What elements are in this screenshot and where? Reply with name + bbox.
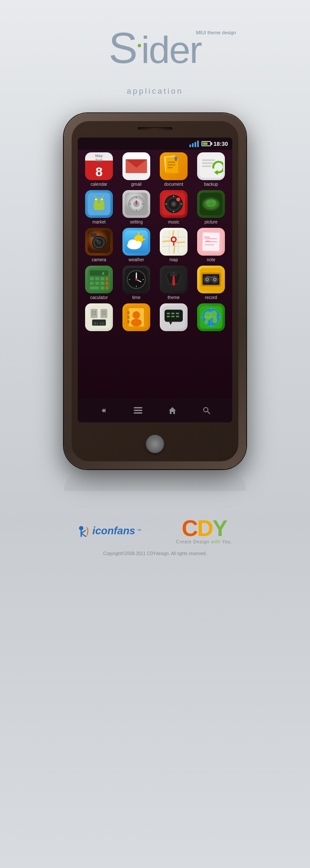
app-item-theme[interactable]: theme	[157, 266, 191, 300]
svg-rect-91	[90, 282, 94, 285]
app-item-contacts[interactable]	[119, 303, 153, 333]
camera-icon[interactable]	[85, 228, 113, 256]
copyright-text: Copyright©2008-2011 CDYdesign. All right…	[0, 551, 310, 556]
svg-point-45	[181, 203, 182, 205]
svg-rect-34	[142, 204, 144, 204]
brand-subtitle: MIUI theme design	[196, 30, 236, 36]
document-icon[interactable]	[160, 152, 188, 180]
phone-speaker	[138, 127, 172, 130]
app-item-document[interactable]: document	[157, 152, 191, 187]
svg-point-133	[132, 311, 140, 319]
phone-inner: 18:30 MaySun 8 c	[72, 121, 238, 461]
app-item-weather[interactable]: weather	[119, 228, 153, 262]
theme-icon[interactable]	[160, 266, 188, 293]
gmail-icon[interactable]	[122, 152, 150, 180]
svg-point-114	[207, 279, 208, 280]
app-row-3: camera	[80, 228, 230, 262]
svg-rect-90	[106, 277, 108, 280]
svg-rect-8	[168, 164, 175, 166]
theme-label: theme	[168, 295, 180, 300]
svg-point-127	[102, 313, 104, 315]
app-item-note[interactable]: miss you note	[194, 228, 228, 262]
app-item-picture[interactable]: picture	[194, 190, 228, 224]
app-item-calculator[interactable]: 0	[82, 266, 116, 300]
app-item-calendar[interactable]: MaySun 8 calendar	[82, 152, 116, 187]
calendar-icon[interactable]: MaySun 8	[85, 152, 113, 180]
app-item-time[interactable]: time	[119, 266, 153, 300]
nav-search-button[interactable]	[199, 403, 214, 418]
cdy-sub: Create Design with You.	[176, 539, 232, 544]
gmail-label: gmail	[131, 182, 142, 187]
time-icon[interactable]	[122, 266, 150, 293]
home-button[interactable]	[145, 434, 165, 454]
app-item-setting[interactable]: setting	[119, 190, 153, 224]
note-icon[interactable]: miss you	[197, 228, 225, 256]
contacts-icon[interactable]	[122, 303, 150, 331]
svg-rect-135	[127, 311, 129, 314]
app-item-record[interactable]: record	[194, 266, 228, 300]
svg-rect-9	[168, 167, 173, 168]
setting-label: setting	[130, 220, 142, 224]
svg-rect-95	[90, 286, 99, 289]
weather-icon[interactable]	[122, 228, 150, 256]
svg-rect-146	[176, 316, 179, 318]
svg-rect-32	[136, 209, 137, 211]
phone-screen: 18:30 MaySun 8 c	[78, 138, 232, 422]
svg-point-46	[176, 197, 180, 201]
iconfans-label: iconfans	[92, 525, 135, 537]
nav-back-button[interactable]	[96, 403, 112, 418]
signal-bars	[189, 141, 199, 147]
svg-point-107	[135, 278, 137, 280]
svg-text:miss: miss	[204, 235, 210, 238]
app-item-camera[interactable]: camera	[82, 228, 116, 262]
signal-bar-4	[197, 141, 199, 147]
record-label: record	[205, 295, 217, 300]
svg-rect-156	[134, 407, 142, 408]
app-item-chat[interactable]	[157, 303, 191, 333]
app-grid: MaySun 8 calendar	[78, 150, 232, 422]
app-item-gmail[interactable]: gmail	[119, 152, 153, 187]
app-row-1: MaySun 8 calendar	[80, 152, 230, 187]
app-item-browser[interactable]	[194, 303, 228, 333]
market-icon[interactable]	[85, 190, 113, 218]
calculator-label: caculator	[90, 295, 108, 300]
app-label: application	[0, 87, 310, 96]
app-item-music[interactable]: music	[157, 190, 191, 224]
app-item-backup[interactable]: backup	[194, 152, 228, 187]
svg-rect-59	[91, 233, 97, 237]
nav-menu-button[interactable]	[130, 403, 146, 418]
svg-point-123	[92, 313, 94, 315]
note-label: note	[207, 257, 215, 262]
backup-icon[interactable]	[197, 152, 225, 180]
browser-icon[interactable]	[197, 303, 225, 331]
picture-icon[interactable]	[197, 190, 225, 218]
svg-rect-13	[202, 159, 215, 161]
svg-rect-158	[134, 412, 142, 414]
app-item-market[interactable]: market	[82, 190, 116, 224]
map-label: map	[169, 257, 178, 262]
signal-bar-2	[192, 143, 194, 147]
music-icon[interactable]	[160, 190, 188, 218]
svg-rect-92	[95, 282, 99, 285]
battery-fill	[203, 142, 208, 145]
chat-icon[interactable]	[160, 303, 188, 331]
app-item-map[interactable]: map	[157, 228, 191, 262]
brand-title: Sider	[109, 26, 201, 69]
map-icon[interactable]	[160, 228, 188, 256]
record-icon[interactable]	[197, 266, 225, 293]
setting-icon[interactable]	[122, 190, 150, 218]
svg-line-160	[208, 411, 210, 414]
svg-rect-137	[127, 320, 129, 323]
calculator-icon[interactable]: 0	[85, 266, 113, 293]
nav-home-button[interactable]	[165, 403, 180, 418]
phone-app-icon[interactable]: ||| |||	[85, 303, 113, 331]
svg-rect-157	[134, 410, 142, 411]
svg-rect-145	[176, 313, 179, 315]
phone-wrapper: 18:30 MaySun 8 c	[0, 113, 310, 491]
svg-point-125	[102, 311, 104, 313]
svg-rect-85	[90, 270, 108, 276]
svg-line-164	[81, 533, 86, 537]
svg-point-124	[95, 313, 96, 315]
svg-rect-87	[90, 277, 94, 280]
app-item-phone[interactable]: ||| |||	[82, 303, 116, 333]
